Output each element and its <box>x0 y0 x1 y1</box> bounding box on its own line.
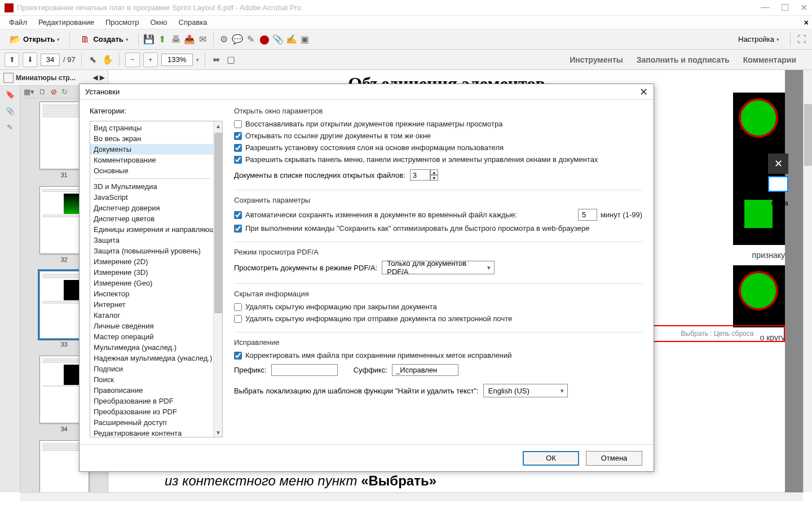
chk-remove-hidden-close[interactable]: Удалять скрытую информацию при закрытии … <box>234 303 642 311</box>
attachment-icon[interactable]: 📎 <box>6 107 15 115</box>
page-down-button[interactable]: ⬇ <box>23 52 37 67</box>
share-icon[interactable]: 📤 <box>184 34 195 45</box>
categories-scrollbar[interactable]: ▲ ▼ <box>213 121 222 437</box>
maximize-icon[interactable]: ☐ <box>781 2 789 13</box>
category-item[interactable]: Документы <box>90 144 213 155</box>
category-item[interactable]: Личные сведения <box>90 321 213 331</box>
category-item[interactable]: Измерение (3D) <box>90 267 213 278</box>
menu-close-doc-icon[interactable]: × <box>804 18 809 27</box>
attach-icon[interactable]: 📎 <box>272 34 284 45</box>
hand-tool-icon[interactable]: ✋ <box>102 54 113 65</box>
dialog-close-icon[interactable]: ✕ <box>639 86 648 98</box>
page-up-button[interactable]: ⬆ <box>5 52 19 67</box>
tab-fill-sign[interactable]: Заполнить и подписать <box>637 55 730 64</box>
category-item[interactable]: Единицы измерения и направляющие <box>90 224 213 235</box>
category-item[interactable]: Измерение (Geo) <box>90 278 213 288</box>
category-item[interactable]: JavaScript <box>90 192 213 203</box>
spin-down-icon[interactable]: ▼ <box>430 175 438 181</box>
minimize-icon[interactable]: — <box>761 2 770 13</box>
zoom-out-button[interactable]: − <box>125 52 140 67</box>
category-item[interactable]: Надежная мультимедиа (унаслед.) <box>90 353 213 364</box>
category-item[interactable]: Преобразование из PDF <box>90 406 213 417</box>
category-item[interactable]: Преобразование в PDF <box>90 396 213 406</box>
select-tool-icon[interactable]: ⬉ <box>87 54 99 65</box>
create-button[interactable]: 🗎 Создать ▾ <box>74 32 133 47</box>
category-item[interactable]: Основные <box>90 165 213 176</box>
tool-icon[interactable]: ▣ <box>299 34 311 45</box>
tab-comments[interactable]: Комментарии <box>743 55 796 64</box>
chk-layer-state[interactable]: Разрешить установку состояния слоя на ос… <box>234 143 642 152</box>
checkbox[interactable] <box>234 352 242 360</box>
chk-open-links-same-window[interactable]: Открывать по ссылке другие документы в т… <box>234 132 642 140</box>
category-item[interactable]: Диспетчер цветов <box>90 213 213 224</box>
collapse-icon[interactable]: ◀ <box>93 74 98 81</box>
scroll-down-icon[interactable]: ▼ <box>214 428 223 437</box>
checkbox[interactable] <box>234 303 242 311</box>
menu-view[interactable]: Просмотр <box>100 17 144 28</box>
category-item[interactable]: Интернет <box>90 299 213 310</box>
category-item[interactable]: Поиск <box>90 374 213 385</box>
locale-select[interactable]: English (US) <box>483 384 568 397</box>
category-item[interactable]: Защита <box>90 235 213 246</box>
fullscreen-icon[interactable]: ⛶ <box>796 34 807 45</box>
menu-window[interactable]: Окно <box>144 17 173 28</box>
category-item[interactable]: Защита (повышенный уровень) <box>90 246 213 256</box>
categories-listbox[interactable]: Вид страницыВо весь экранДокументыКоммен… <box>90 121 223 437</box>
category-item[interactable]: Комментирование <box>90 155 213 165</box>
spin-up-icon[interactable]: ▲ <box>430 169 438 175</box>
chk-hide-ui[interactable]: Разрешить скрывать панель меню, панели и… <box>234 155 642 164</box>
dropdown-icon[interactable]: ▾ <box>196 57 199 63</box>
chk-remove-hidden-email[interactable]: Удалять скрытую информацию при отправке … <box>234 314 642 323</box>
print-icon[interactable]: 🖶 <box>170 34 182 45</box>
checkbox[interactable] <box>234 120 242 128</box>
chk-autosave[interactable]: Автоматически сохранять изменения в доку… <box>234 209 642 221</box>
category-item[interactable]: Измерение (2D) <box>90 256 213 267</box>
category-item[interactable]: 3D и Мультимедиа <box>90 181 213 192</box>
category-item[interactable]: Вид страницы <box>90 122 213 133</box>
bookmark-icon[interactable]: 🔖 <box>6 90 15 99</box>
figure-input[interactable] <box>768 176 788 192</box>
ok-button[interactable]: ОК <box>523 451 579 466</box>
gear-icon[interactable]: ⚙ <box>218 34 230 45</box>
expand-icon[interactable]: ▶ <box>100 74 104 81</box>
close-icon[interactable]: ✕ <box>800 2 807 13</box>
save-icon[interactable]: 💾 <box>143 34 155 45</box>
options-icon[interactable]: ▦▾ <box>24 87 34 96</box>
menu-file[interactable]: Файл <box>3 17 33 28</box>
recent-files-spinner[interactable]: ▲▼ <box>410 169 438 181</box>
zoom-input[interactable] <box>161 54 193 66</box>
chk-optimize-saveas[interactable]: При выполнении команды "Сохранить как" о… <box>234 224 642 233</box>
checkbox[interactable] <box>234 225 242 233</box>
category-item[interactable]: Правописание <box>90 385 213 396</box>
category-item[interactable]: Редактирование контента <box>90 428 213 437</box>
page-number-input[interactable] <box>41 54 60 66</box>
checkbox[interactable] <box>234 315 242 323</box>
menu-help[interactable]: Справка <box>173 17 213 28</box>
category-item[interactable]: Во весь экран <box>90 133 213 144</box>
open-button[interactable]: 📂 Открыть ▾ <box>5 32 65 47</box>
fit-width-icon[interactable]: ⬌ <box>211 54 222 65</box>
rotate-icon[interactable]: ↻ <box>61 87 68 96</box>
recent-files-input[interactable] <box>410 169 430 181</box>
tab-tools[interactable]: Инструменты <box>570 55 623 64</box>
scroll-up-icon[interactable]: ▲ <box>214 121 223 130</box>
email-icon[interactable]: ✉ <box>197 34 209 45</box>
signature-icon[interactable]: ✎ <box>7 123 13 132</box>
cancel-button[interactable]: Отмена <box>586 451 642 466</box>
autosave-minutes-input[interactable] <box>578 209 597 221</box>
menu-edit[interactable]: Редактирование <box>33 17 100 28</box>
category-item[interactable]: Диспетчер доверия <box>90 203 213 213</box>
category-item[interactable]: Каталог <box>90 310 213 321</box>
highlight-icon[interactable]: ✎ <box>245 34 257 45</box>
comment-icon[interactable]: 💬 <box>232 34 243 45</box>
stamp-icon[interactable]: ⬤ <box>259 34 270 45</box>
new-page-icon[interactable]: 🗋 <box>39 87 46 96</box>
category-item[interactable]: Инспектор <box>90 288 213 299</box>
pdfa-mode-select[interactable]: Только для документов PDF/A <box>382 261 495 274</box>
chk-adjust-filename[interactable]: Корректировать имя файла при сохранении … <box>234 351 642 360</box>
category-item[interactable]: Расширенный доступ <box>90 417 213 428</box>
horizontal-scrollbar[interactable] <box>20 492 803 501</box>
category-item[interactable]: Подписи <box>90 364 213 374</box>
checkbox[interactable] <box>234 144 242 152</box>
checkbox[interactable] <box>234 156 242 164</box>
